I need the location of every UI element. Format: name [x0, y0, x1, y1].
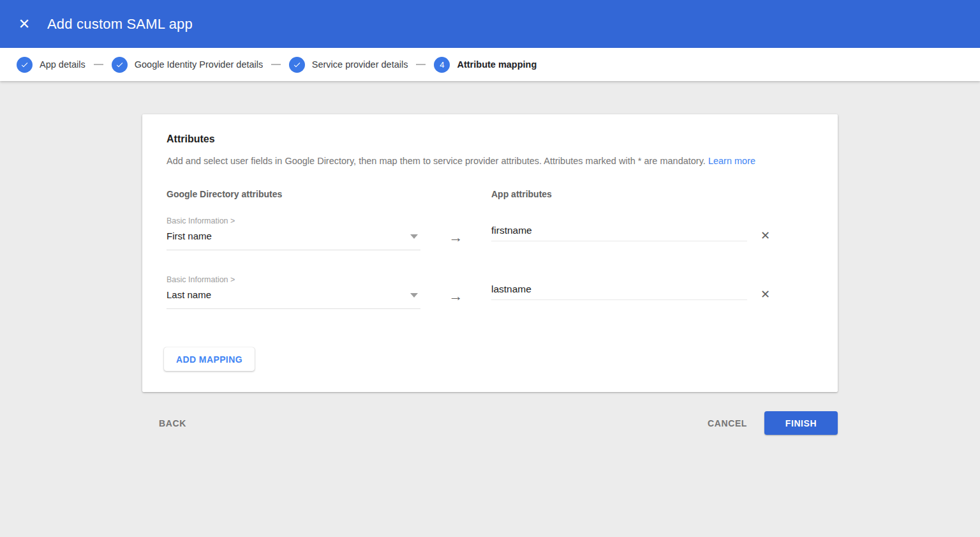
card-description: Add and select user fields in Google Dir…	[165, 155, 815, 167]
step-google-idp-details[interactable]: Google Identity Provider details	[112, 57, 263, 73]
dialog-header: ✕ Add custom SAML app	[0, 0, 980, 48]
step-number-badge: 4	[434, 57, 450, 73]
attributes-card: Attributes Add and select user fields in…	[142, 114, 838, 392]
directory-attribute-category: Basic Information >	[167, 216, 420, 226]
dropdown-caret-icon	[410, 293, 418, 298]
step-complete-check-icon	[17, 57, 33, 73]
finish-button[interactable]: FINISH	[764, 411, 838, 435]
arrow-right-icon: →	[420, 231, 491, 244]
add-mapping-button[interactable]: ADD MAPPING	[164, 347, 255, 371]
remove-mapping-icon[interactable]: ✕	[759, 287, 771, 301]
remove-mapping-icon[interactable]: ✕	[759, 229, 771, 243]
step-complete-check-icon	[289, 57, 305, 73]
step-label: Attribute mapping	[457, 59, 537, 70]
step-connector	[271, 64, 281, 65]
step-connector	[416, 64, 426, 65]
learn-more-link[interactable]: Learn more	[708, 156, 755, 166]
close-icon[interactable]: ✕	[15, 15, 33, 33]
footer-actions: BACK CANCEL FINISH	[142, 411, 838, 435]
directory-attribute-select[interactable]: Basic Information > Last name	[167, 275, 420, 309]
column-header-google-directory: Google Directory attributes	[167, 188, 491, 200]
directory-attribute-value: Last name	[167, 288, 211, 302]
step-connector	[94, 64, 103, 65]
arrow-right-icon: →	[420, 290, 491, 303]
step-label: Service provider details	[312, 59, 408, 70]
back-button[interactable]: BACK	[156, 413, 189, 434]
dialog-title: Add custom SAML app	[47, 16, 193, 33]
directory-attribute-category: Basic Information >	[167, 275, 420, 285]
cancel-button[interactable]: CANCEL	[705, 413, 750, 434]
step-label: App details	[40, 59, 85, 70]
step-app-details[interactable]: App details	[17, 57, 85, 73]
step-label: Google Identity Provider details	[135, 59, 263, 70]
card-title: Attributes	[165, 132, 815, 146]
step-complete-check-icon	[112, 57, 128, 73]
directory-attribute-select[interactable]: Basic Information > First name	[167, 216, 420, 250]
mapping-row: Basic Information > First name → ✕	[167, 216, 815, 250]
dropdown-caret-icon	[410, 234, 418, 239]
step-service-provider-details[interactable]: Service provider details	[289, 57, 408, 73]
column-header-app-attributes: App attributes	[491, 188, 552, 200]
columns-header: Google Directory attributes App attribut…	[165, 188, 815, 200]
wizard-stepper: App details Google Identity Provider det…	[0, 48, 980, 81]
directory-attribute-value-row: First name	[167, 229, 420, 243]
card-description-text: Add and select user fields in Google Dir…	[167, 156, 706, 166]
mapping-row: Basic Information > Last name → ✕	[167, 275, 815, 309]
directory-attribute-value: First name	[167, 229, 212, 243]
app-attribute-input[interactable]	[491, 225, 747, 241]
mapping-rows: Basic Information > First name → ✕ Basic…	[165, 216, 815, 309]
app-attribute-input[interactable]	[491, 284, 747, 300]
step-attribute-mapping[interactable]: 4 Attribute mapping	[434, 57, 537, 73]
main-content: Attributes Add and select user fields in…	[0, 114, 980, 435]
directory-attribute-value-row: Last name	[167, 288, 420, 302]
